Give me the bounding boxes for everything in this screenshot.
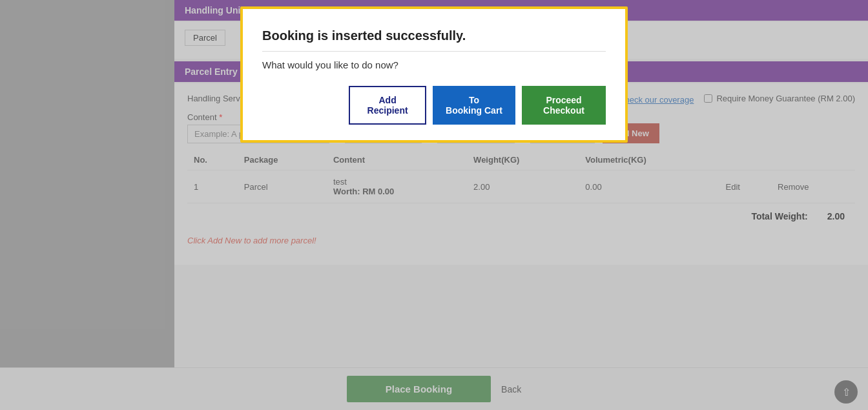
proceed-line2: Checkout xyxy=(543,105,584,116)
add-recipient-button[interactable]: Add Recipient xyxy=(349,86,426,125)
add-recipient-line1: Add xyxy=(379,95,397,105)
to-booking-cart-button[interactable]: To Booking Cart xyxy=(433,86,515,125)
booking-cart-line1: To xyxy=(469,95,479,105)
booking-cart-line2: Booking Cart xyxy=(446,105,502,116)
add-recipient-line2: Recipient xyxy=(367,105,408,116)
modal-overlay: Booking is inserted successfully. What w… xyxy=(0,0,868,410)
proceed-line1: Proceed xyxy=(546,95,581,105)
success-modal: Booking is inserted successfully. What w… xyxy=(240,6,628,143)
proceed-checkout-button[interactable]: Proceed Checkout xyxy=(522,86,606,125)
modal-title: Booking is inserted successfully. xyxy=(262,28,606,52)
modal-body: What would you like to do now? xyxy=(262,59,606,70)
modal-actions: Add Recipient To Booking Cart Proceed Ch… xyxy=(262,86,606,125)
